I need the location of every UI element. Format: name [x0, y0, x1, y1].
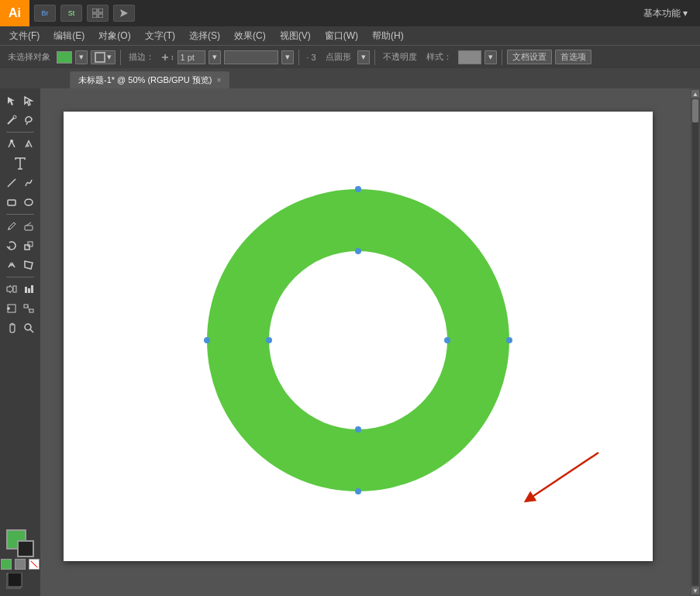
workspace-label[interactable]: 基本功能 ▾ — [643, 7, 688, 20]
scroll-down-button[interactable]: ▼ — [691, 587, 699, 594]
paintbrush-tool[interactable] — [4, 218, 19, 235]
svg-point-37 — [266, 337, 272, 343]
scroll-up-button[interactable]: ▲ — [691, 90, 699, 98]
svg-point-32 — [355, 488, 361, 494]
doc-settings-button[interactable]: 文档设置 — [507, 50, 552, 64]
stroke-width-input[interactable] — [178, 50, 205, 64]
menu-help[interactable]: 帮助(H) — [366, 28, 410, 44]
style-label: 样式： — [423, 51, 455, 63]
menu-text[interactable]: 文字(T) — [139, 28, 181, 44]
color-swatch-green[interactable] — [1, 559, 12, 570]
bar-chart-tool[interactable] — [21, 281, 36, 298]
svg-point-33 — [204, 337, 210, 343]
fill-stroke-swatches[interactable] — [6, 529, 34, 557]
svg-point-31 — [506, 337, 512, 343]
fill-dropdown[interactable]: ▾ — [75, 50, 88, 64]
blend-tool[interactable] — [21, 300, 36, 317]
menu-bar: 文件(F) 编辑(E) 对象(O) 文字(T) 选择(S) 效果(C) 视图(V… — [0, 26, 700, 45]
hand-tool[interactable] — [4, 319, 19, 336]
style-swatch[interactable] — [458, 50, 481, 64]
tool-sep-2 — [6, 214, 34, 215]
rectangle-tool[interactable] — [4, 194, 19, 211]
warp-tool[interactable] — [4, 257, 19, 274]
area-type-tool[interactable] — [4, 300, 19, 317]
tab-title: 未标题-1* @ 50% (RGB/GPU 预览) — [78, 74, 212, 86]
document-tab[interactable]: 未标题-1* @ 50% (RGB/GPU 预览) × — [70, 71, 229, 88]
ellipse-rect-tools — [3, 193, 37, 212]
rotate-tool[interactable] — [4, 237, 19, 254]
eraser-tool[interactable] — [21, 218, 36, 235]
rotate-scale-tools — [3, 236, 37, 255]
stock-icon[interactable]: St — [60, 5, 82, 22]
ai-logo: Ai — [0, 0, 29, 26]
svg-rect-23 — [29, 309, 33, 312]
svg-point-24 — [25, 324, 31, 330]
tool-sep-1 — [6, 132, 34, 133]
direct-selection-tool[interactable] — [21, 92, 36, 109]
stroke-label: 描边： — [126, 51, 157, 63]
stroke-options-dropdown[interactable]: ▾ — [209, 50, 221, 64]
menu-file[interactable]: 文件(F) — [3, 28, 46, 44]
pen-tools — [3, 135, 37, 153]
menu-window[interactable]: 窗口(W) — [319, 28, 364, 44]
sep3 — [374, 50, 375, 65]
lasso-tool[interactable] — [21, 112, 36, 129]
scale-tool[interactable] — [21, 237, 36, 254]
paint-tools — [3, 217, 37, 236]
preferences-button[interactable]: 首选项 — [555, 50, 591, 64]
send-icon[interactable] — [113, 5, 135, 22]
options-toolbar: 未选择对象 ▾ ▾ 描边： ↕ ▾ ▾ · 3 点圆形 ▾ 不透明度 样式： ▾… — [0, 45, 700, 68]
menu-select[interactable]: 选择(S) — [183, 28, 226, 44]
menu-edit[interactable]: 编辑(E) — [47, 28, 91, 44]
tab-bar: 未标题-1* @ 50% (RGB/GPU 预览) × — [0, 68, 700, 88]
shape-dropdown[interactable]: ▾ — [357, 50, 370, 64]
zoom-tool[interactable] — [21, 319, 36, 336]
bridge-icon[interactable]: Br — [34, 5, 56, 22]
add-anchor-tool[interactable] — [21, 136, 36, 153]
sep2 — [298, 50, 299, 65]
svg-rect-18 — [25, 287, 27, 293]
style-dropdown[interactable]: ▾ — [484, 50, 497, 64]
svg-point-34 — [355, 248, 361, 254]
tool-sep-3 — [6, 277, 34, 277]
title-bar: Ai Br St 基本功能 ▾ — [0, 0, 700, 26]
stroke-style-preview[interactable] — [224, 50, 278, 64]
menu-object[interactable]: 对象(O) — [92, 28, 136, 44]
vertical-scrollbar[interactable]: ▲ ▼ — [691, 88, 700, 596]
fill-swatch[interactable] — [57, 51, 72, 64]
menu-effect[interactable]: 效果(C) — [228, 28, 272, 44]
magic-lasso-tools — [3, 111, 37, 129]
svg-rect-20 — [31, 285, 33, 293]
svg-point-7 — [10, 140, 13, 143]
svg-rect-22 — [24, 305, 28, 308]
sep4 — [502, 50, 502, 65]
stroke-color-swatch[interactable] — [17, 540, 34, 557]
svg-point-36 — [355, 426, 361, 432]
artboard[interactable] — [64, 112, 653, 561]
type-tool[interactable] — [3, 154, 37, 173]
canvas-area — [40, 88, 691, 596]
arrange-icon[interactable] — [87, 5, 109, 22]
shape-label: 点圆形 — [322, 51, 354, 63]
pencil-tool[interactable] — [21, 174, 36, 191]
none-swatch[interactable] — [29, 559, 40, 570]
stroke-style-dropdown[interactable]: ▾ — [281, 50, 294, 64]
scroll-track[interactable] — [692, 99, 698, 585]
color-swatch-gray[interactable] — [15, 559, 26, 570]
selection-tool[interactable] — [4, 92, 19, 109]
opacity-label: 不透明度 — [380, 51, 420, 63]
no-selection-label: 未选择对象 — [5, 51, 53, 63]
tab-close-button[interactable]: × — [217, 76, 222, 84]
svg-point-12 — [25, 199, 33, 205]
text-warp-tool[interactable] — [4, 281, 19, 298]
line-tool[interactable] — [4, 174, 19, 191]
magic-wand-tool[interactable] — [4, 112, 19, 129]
free-transform-tool[interactable] — [21, 257, 36, 274]
pen-tool[interactable] — [4, 136, 19, 153]
scroll-thumb[interactable] — [692, 99, 698, 122]
ellipse-tool[interactable] — [21, 194, 36, 211]
red-arrow — [513, 445, 614, 515]
stroke-swatch-dropdown[interactable]: ▾ — [91, 50, 116, 64]
color-mode-row — [1, 559, 40, 570]
menu-view[interactable]: 视图(V) — [274, 28, 317, 44]
